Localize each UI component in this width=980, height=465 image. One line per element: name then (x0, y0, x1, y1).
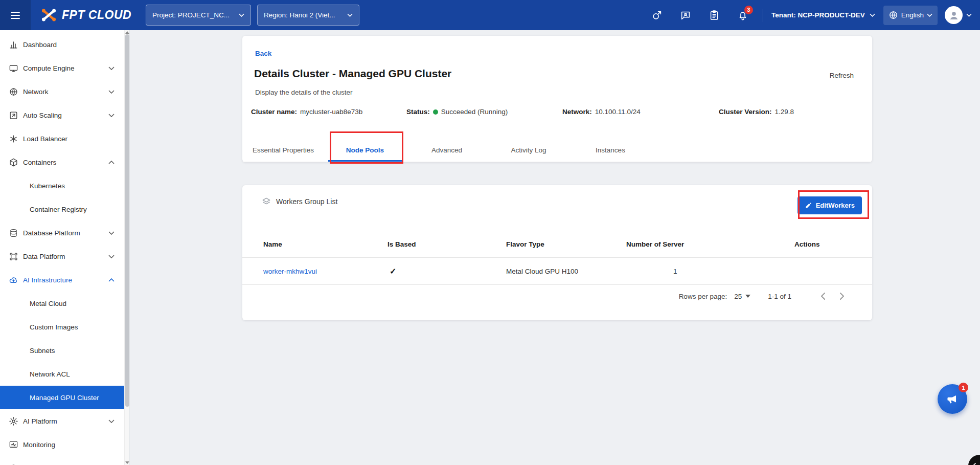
chevron-down-icon (870, 13, 875, 17)
cluster-version-meta: Cluster Version: 1.29.8 (719, 108, 794, 116)
gear-icon (9, 416, 18, 426)
sidebar-item-label: Database Platform (23, 229, 80, 237)
containers-box-icon (9, 158, 18, 167)
cloud-icon (9, 275, 18, 285)
chevron-down-icon (347, 13, 353, 17)
tab-essential-properties[interactable]: Essential Properties (242, 138, 324, 162)
sidebar-item-label: Auto Scaling (23, 112, 62, 119)
language-selector[interactable]: English (883, 6, 938, 25)
sidebar-item-label: Metal Cloud (30, 300, 66, 307)
sidebar-item-monitoring[interactable]: Monitoring (0, 433, 125, 456)
flavor-type-cell: Metal Cloud GPU H100 (506, 268, 626, 275)
tab-instances[interactable]: Instances (569, 138, 651, 162)
tenant-selector[interactable]: Tenant: NCP-PRODUCT-DEV (771, 11, 875, 19)
table-header-row: Name Is Based Flavor Type Number of Serv… (242, 231, 872, 258)
edit-workers-button[interactable]: EditWorkers (797, 196, 862, 214)
topbar-right: 3 Tenant: NCP-PRODUCT-DEV English (640, 4, 980, 27)
sidebar-item-metal-cloud[interactable]: Metal Cloud (0, 292, 125, 315)
load-balancer-icon (9, 134, 18, 144)
chevron-up-icon (108, 161, 115, 164)
chevron-down-icon (108, 231, 115, 235)
sidebar-item-label: Compute Engine (23, 64, 75, 72)
workers-header: Workers Group List (261, 196, 337, 207)
rows-per-page-value: 25 (734, 293, 742, 300)
sidebar-item-managed-gpu-cluster[interactable]: Managed GPU Cluster (0, 386, 125, 409)
menu-icon[interactable] (0, 0, 31, 30)
page-subtitle: Display the details of the cluster (255, 88, 353, 96)
page-title: Details Cluster - Managed GPU Cluster (254, 68, 451, 80)
cluster-version-value: 1.29.8 (775, 108, 794, 116)
sidebar-item-network-acl[interactable]: Network ACL (0, 362, 125, 386)
pagination: Rows per page: 25 1-1 of 1 (242, 285, 872, 307)
sidebar-item-custom-images[interactable]: Custom Images (0, 315, 125, 339)
scroll-up-arrow-icon[interactable] (125, 31, 129, 34)
tab-advanced[interactable]: Advanced (406, 138, 488, 162)
scrollbar-thumb[interactable] (125, 34, 129, 407)
pencil-icon (805, 202, 812, 209)
sidebar-item-label: AI Infrastructure (23, 276, 72, 284)
chat-widget-button[interactable] (968, 455, 980, 465)
layers-icon (261, 196, 271, 207)
sidebar-item-ai-infrastructure[interactable]: AI Infrastructure (0, 268, 125, 292)
sidebar-item-dashboard[interactable]: Dashboard (0, 33, 125, 56)
cluster-status-label: Status: (406, 108, 430, 116)
tab-node-pools[interactable]: Node Pools (324, 138, 406, 162)
compute-engine-icon (9, 63, 18, 73)
rows-per-page-select[interactable]: 25 (734, 293, 750, 300)
workers-title: Workers Group List (276, 197, 337, 206)
edit-workers-label: EditWorkers (816, 202, 855, 209)
refresh-button[interactable]: Refresh (830, 72, 854, 79)
sidebar-item-auto-scaling[interactable]: Auto Scaling (0, 103, 125, 127)
data-platform-icon (9, 252, 18, 261)
sidebar-item-database-platform[interactable]: Database Platform (0, 221, 125, 245)
worker-name-link[interactable]: worker-mkhw1vui (263, 268, 388, 275)
chevron-down-icon (927, 13, 932, 17)
sidebar-item-containers[interactable]: Containers (0, 150, 125, 174)
sidebar-scrollbar[interactable] (124, 30, 129, 465)
cluster-details-card: Back Details Cluster - Managed GPU Clust… (242, 36, 872, 162)
project-selector[interactable]: Project: PROJECT_NC... (146, 5, 251, 26)
sidebar-item-network[interactable]: Network (0, 80, 125, 103)
previous-page-icon[interactable] (815, 289, 830, 304)
dropdown-caret-icon (745, 295, 750, 298)
column-header-flavor-type: Flavor Type (506, 240, 626, 248)
notification-bell-icon[interactable]: 3 (731, 4, 755, 27)
tab-activity-log[interactable]: Activity Log (488, 138, 569, 162)
megaphone-icon (946, 392, 959, 406)
table-row: worker-mkhw1vui ✓ Metal Cloud GPU H100 1 (242, 258, 872, 285)
sidebar-item-load-balancer[interactable]: Load Balancer (0, 127, 125, 150)
sidebar-item-compute-engine[interactable]: Compute Engine (0, 56, 125, 80)
user-avatar-icon (945, 6, 963, 24)
cluster-status-meta: Status: Succeeded (Running) (406, 108, 508, 116)
sidebar: Dashboard Compute Engine Network Auto Sc… (0, 30, 130, 465)
chevron-down-icon (966, 13, 972, 17)
next-page-icon[interactable] (834, 289, 850, 304)
back-link[interactable]: Back (255, 50, 271, 57)
sidebar-item-container-registry[interactable]: Container Registry (0, 197, 125, 221)
news-clipboard-icon[interactable] (702, 4, 726, 27)
scroll-down-arrow-icon[interactable] (125, 461, 129, 464)
dashboard-icon (9, 40, 18, 50)
cluster-status-value: Succeeded (Running) (441, 108, 508, 116)
sidebar-item-subnets[interactable]: Subnets (0, 339, 125, 362)
sidebar-item-kubernetes[interactable]: Kubernetes (0, 174, 125, 197)
support-chat-icon[interactable] (674, 4, 697, 27)
column-header-name: Name (263, 240, 388, 248)
language-selector-value: English (901, 11, 924, 19)
brand-logo[interactable]: FPT CLOUD (41, 7, 131, 23)
sidebar-item-partial[interactable] (0, 456, 125, 465)
announcements-button[interactable]: 1 (938, 384, 967, 414)
column-header-actions: Actions (794, 240, 862, 248)
sidebar-item-ai-platform[interactable]: AI Platform (0, 409, 125, 433)
sidebar-item-data-platform[interactable]: Data Platform (0, 245, 125, 268)
male-symbol-icon[interactable] (645, 4, 669, 27)
sidebar-item-label: Network (23, 88, 49, 96)
region-selector[interactable]: Region: Hanoi 2 (Viet... (257, 5, 359, 26)
notification-count-badge: 3 (744, 6, 753, 14)
cluster-name-meta: Cluster name: mycluster-uab8e73b (251, 108, 362, 116)
user-menu[interactable] (945, 6, 972, 24)
pagination-range: 1-1 of 1 (768, 293, 791, 300)
sidebar-item-label: Network ACL (30, 370, 70, 378)
column-header-is-based: Is Based (388, 240, 506, 248)
network-globe-icon (9, 87, 18, 97)
